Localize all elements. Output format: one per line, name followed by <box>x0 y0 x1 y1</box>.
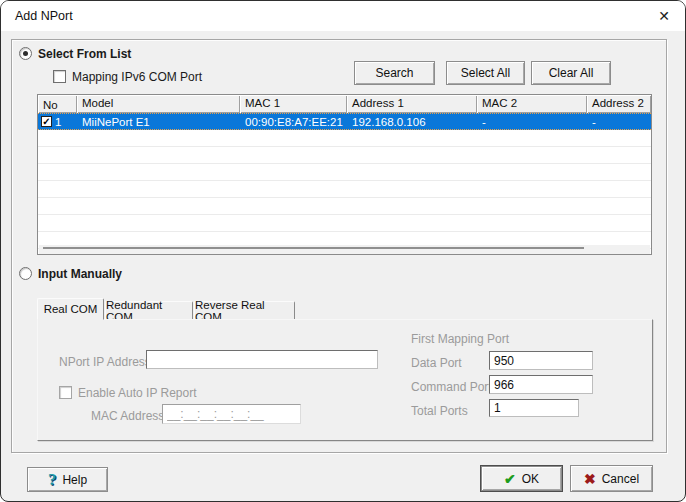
mac-address-label: MAC Address <box>91 409 164 423</box>
titlebar: Add NPort ✕ <box>1 1 685 31</box>
row-no: 1 <box>55 116 61 128</box>
total-ports-label: Total Ports <box>411 404 468 418</box>
data-port-label: Data Port <box>411 356 462 370</box>
ok-button-label: OK <box>522 472 539 486</box>
row-no-cell: ✓ 1 <box>38 116 77 128</box>
search-button-label: Search <box>375 66 413 80</box>
column-header-address2[interactable]: Address 2 <box>587 95 651 113</box>
row-model: MiiNePort E1 <box>77 116 240 128</box>
clear-all-button[interactable]: Clear All <box>531 61 611 85</box>
select-from-list-radio[interactable] <box>19 47 32 60</box>
table-row[interactable]: ✓ 1 MiiNePort E1 00:90:E8:A7:EE:21 192.1… <box>38 113 651 130</box>
horizontal-scrollbar[interactable] <box>43 247 584 249</box>
close-button[interactable]: ✕ <box>649 3 679 29</box>
auto-ip-report-label: Enable Auto IP Report <box>78 386 197 400</box>
nport-ip-input[interactable] <box>146 350 378 369</box>
cancel-button-label: Cancel <box>602 472 639 486</box>
nport-ip-label: NPort IP Address <box>59 355 151 369</box>
column-header-address1[interactable]: Address 1 <box>347 95 477 113</box>
help-button-label: Help <box>62 473 87 487</box>
check-icon: ✔ <box>504 471 516 487</box>
input-manually-radio[interactable] <box>19 267 32 280</box>
column-header-mac2[interactable]: MAC 2 <box>477 95 587 113</box>
clear-all-button-label: Clear All <box>549 66 594 80</box>
input-manually-label: Input Manually <box>38 267 122 281</box>
close-icon: ✕ <box>658 8 670 24</box>
cancel-button[interactable]: ✖ Cancel <box>570 465 653 492</box>
listview-header: No Model MAC 1 Address 1 MAC 2 Address 2 <box>38 95 651 113</box>
column-header-mac1[interactable]: MAC 1 <box>240 95 347 113</box>
empty-row <box>38 181 651 198</box>
ok-button[interactable]: ✔ OK <box>480 465 563 492</box>
empty-row <box>38 130 651 147</box>
select-from-list-label: Select From List <box>38 47 131 61</box>
column-header-no[interactable]: No <box>38 95 77 113</box>
first-mapping-port-label: First Mapping Port <box>411 332 509 346</box>
ipv6-com-port-label: Mapping IPv6 COM Port <box>72 70 202 84</box>
command-port-input[interactable] <box>489 375 593 394</box>
tab-real-com-label: Real COM <box>44 303 98 315</box>
row-checkbox[interactable]: ✓ <box>41 116 52 127</box>
window-title: Add NPort <box>15 9 73 23</box>
search-button[interactable]: Search <box>354 61 435 85</box>
x-icon: ✖ <box>584 471 596 487</box>
ipv6-com-port-checkbox[interactable] <box>53 70 66 83</box>
tab-real-com[interactable]: Real COM <box>37 298 104 320</box>
command-port-label: Command Port <box>411 380 492 394</box>
column-header-model[interactable]: Model <box>77 95 240 113</box>
tab-redundant-com[interactable]: Redundant COM <box>105 301 193 320</box>
empty-row <box>38 198 651 215</box>
auto-ip-report-checkbox[interactable] <box>59 386 72 399</box>
row-address2: - <box>587 116 651 128</box>
row-mac1: 00:90:E8:A7:EE:21 <box>240 116 347 128</box>
total-ports-input[interactable] <box>489 399 579 417</box>
add-nport-dialog: Add NPort ✕ Select From List Mapping IPv… <box>0 0 686 502</box>
empty-row <box>38 215 651 232</box>
data-port-input[interactable] <box>489 351 593 370</box>
tab-reverse-real-com[interactable]: Reverse Real COM <box>194 301 295 320</box>
select-all-button[interactable]: Select All <box>446 61 525 85</box>
help-icon: ? <box>48 470 57 490</box>
empty-row <box>38 164 651 181</box>
empty-row <box>38 147 651 164</box>
device-listview[interactable]: No Model MAC 1 Address 1 MAC 2 Address 2… <box>37 94 652 255</box>
help-button[interactable]: ? Help <box>27 467 108 492</box>
row-mac2: - <box>477 116 587 128</box>
row-address1: 192.168.0.106 <box>347 116 477 128</box>
mac-address-input[interactable] <box>162 404 301 424</box>
select-all-button-label: Select All <box>461 66 510 80</box>
check-icon: ✓ <box>42 116 50 127</box>
